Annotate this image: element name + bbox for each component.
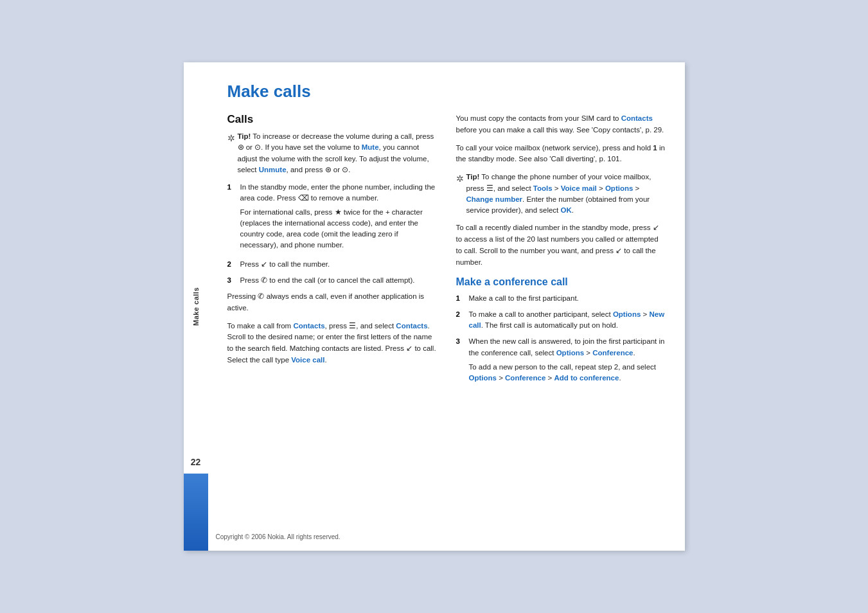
conf-list-number-1: 1 — [456, 293, 466, 304]
list-item-1: 1 In the standby mode, enter the phone n… — [227, 182, 437, 254]
conf-list-item-1: 1 Make a call to the first participant. — [456, 293, 666, 304]
list-number-1: 1 — [227, 182, 238, 193]
calls-numbered-list: 1 In the standby mode, enter the phone n… — [227, 182, 437, 286]
tip-box-2: ✲ Tip! To change the phone number of you… — [456, 172, 666, 216]
list-number-2: 2 — [227, 259, 238, 270]
tip-text-2: Tip! To change the phone number of your … — [466, 172, 666, 216]
sidebar-vertical-text: Make calls — [192, 287, 200, 326]
list-number-3: 3 — [227, 275, 238, 286]
tip-icon-1: ✲ — [227, 132, 235, 145]
tip-box-1: ✲ Tip! To increase or decrease the volum… — [227, 131, 437, 175]
page-number: 22 — [191, 457, 201, 467]
conference-section-title: Make a conference call — [456, 276, 666, 288]
list-content-3: Press ✆ to end the call (or to cancel th… — [240, 275, 437, 286]
tip-icon-2: ✲ — [456, 172, 464, 186]
voicemail-text: To call your voice mailbox (network serv… — [456, 143, 666, 166]
list-item-2: 2 Press ↙ to call the number. — [227, 259, 437, 270]
page-title: Make calls — [227, 82, 666, 102]
right-column: You must copy the contacts from your SIM… — [456, 113, 666, 391]
conf-list-item-2: 2 To make a call to another participant,… — [456, 309, 666, 332]
list-content-1: In the standby mode, enter the phone num… — [240, 182, 437, 254]
conf-list-content-3: When the new call is answered, to join t… — [469, 336, 666, 386]
content-columns: Calls ✲ Tip! To increase or decrease the… — [227, 113, 666, 391]
left-column: Calls ✲ Tip! To increase or decrease the… — [227, 113, 437, 391]
main-content: Make calls Calls ✲ Tip! To increase or d… — [208, 62, 685, 551]
sim-text: You must copy the contacts from your SIM… — [456, 113, 666, 136]
sidebar: Make calls 22 — [184, 62, 208, 551]
tip-text-1: Tip! To increase or decrease the volume … — [238, 131, 437, 175]
conf-list-number-2: 2 — [456, 309, 466, 320]
conf-list-content-2: To make a call to another participant, s… — [469, 309, 666, 332]
conf-list-number-3: 3 — [456, 336, 466, 347]
conf-list-content-1: Make a call to the first participant. — [469, 293, 666, 304]
sidebar-blue-accent — [184, 474, 208, 551]
pressing-text: Pressing ✆ always ends a call, even if a… — [227, 291, 437, 314]
copyright-text: Copyright © 2006 Nokia. All rights reser… — [216, 533, 341, 540]
calls-section-title: Calls — [227, 113, 437, 126]
list-content-2: Press ↙ to call the number. — [240, 259, 437, 270]
list-item-3: 3 Press ✆ to end the call (or to cancel … — [227, 275, 437, 286]
conference-list: 1 Make a call to the first participant. … — [456, 293, 666, 387]
page-container: Make calls 22 Make calls Calls ✲ Tip! To… — [184, 62, 685, 551]
conf-list-item-3: 3 When the new call is answered, to join… — [456, 336, 666, 386]
recent-calls-text: To call a recently dialed number in the … — [456, 222, 666, 268]
contacts-text: To make a call from Contacts, press ☰, a… — [227, 321, 437, 366]
